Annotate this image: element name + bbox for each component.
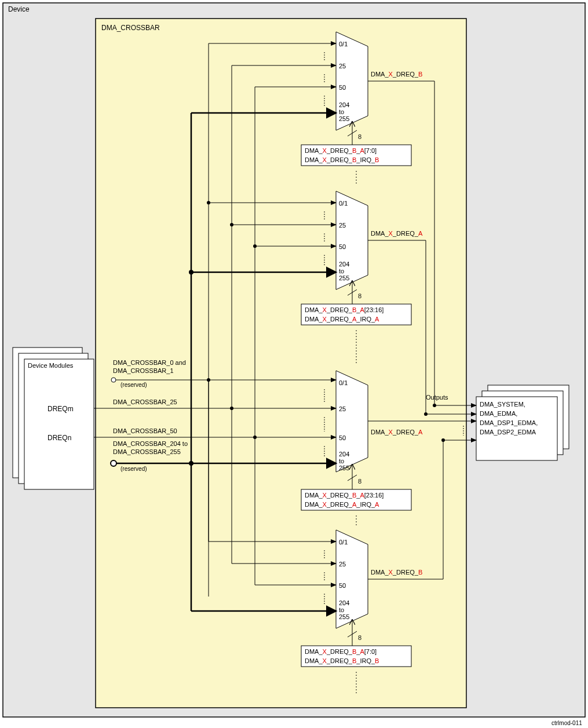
svg-point-51 [207,201,210,204]
svg-text:50: 50 [339,582,346,589]
footer-id: ctrlmod-011 [552,720,582,726]
svg-text:255: 255 [339,464,349,471]
svg-text:204: 204 [339,599,349,606]
dreqm-label: DREQm [48,405,74,413]
crossbar-label: DMA_CROSSBAR [101,24,160,32]
in-204-reserved: (reserved) [120,466,147,472]
svg-text:25: 25 [339,222,346,229]
device-modules-panel: Device Modules DREQm DREQn [13,347,94,489]
svg-text:to: to [339,606,344,613]
dreqn-label: DREQn [48,434,71,442]
svg-text:25: 25 [339,63,346,69]
svg-text:DMA_X_DREQ_A_IRQ_A: DMA_X_DREQ_A_IRQ_A [305,316,379,323]
svg-text:50: 50 [339,84,346,91]
mux-2: 0/1 25 50 204 to 255 [336,191,368,290]
svg-point-6 [111,378,116,382]
outputs-line-2: DMA_DSP1_EDMA, [480,419,538,426]
svg-text:DMA_X_DREQ_B_IRQ_B: DMA_X_DREQ_B_IRQ_B [305,156,379,163]
svg-text:to: to [339,458,344,464]
svg-text:DMA_X_DREQ_B_IRQ_B: DMA_X_DREQ_B_IRQ_B [305,657,379,664]
svg-text:8: 8 [358,478,361,485]
mux-4: 0/1 25 50 204 to 255 [336,530,368,628]
svg-text:204: 204 [339,451,349,458]
in-0-label-a: DMA_CROSSBAR_0 and [113,359,186,366]
device-label: Device [8,5,30,13]
svg-text:to: to [339,268,344,275]
mux-3: 0/1 25 50 204 to 255 [336,371,368,472]
svg-text:50: 50 [339,243,346,250]
svg-point-125 [424,412,428,416]
outputs-panel: DMA_SYSTEM, DMA_EDMA, DMA_DSP1_EDMA, DMA… [476,385,569,460]
svg-point-8 [111,460,116,466]
in-204-label-a: DMA_CROSSBAR_204 to [113,440,188,447]
svg-text:255: 255 [339,613,349,620]
svg-text:204: 204 [339,261,349,268]
svg-text:255: 255 [339,275,349,281]
svg-text:8: 8 [358,634,361,641]
svg-text:0/1: 0/1 [339,539,348,546]
svg-point-55 [253,244,257,248]
outputs-line-3: DMA_DSP2_EDMA [480,429,536,436]
mux-1: 0/1 25 50 204 to 255 [336,32,368,130]
svg-point-124 [433,404,436,407]
diagram-root: Device DMA_CROSSBAR Device Modules DREQm… [0,0,588,728]
svg-text:DMA_X_DREQ_B_A[7:0]: DMA_X_DREQ_B_A[7:0] [305,648,377,655]
in-50-label: DMA_CROSSBAR_50 [113,427,177,434]
in-25-label: DMA_CROSSBAR_25 [113,398,177,405]
in-0-reserved: (reserved) [120,382,147,388]
out2-label: DMA_X_DREQ_A [371,230,423,237]
svg-text:0/1: 0/1 [339,41,348,47]
svg-point-126 [441,438,445,442]
svg-text:0/1: 0/1 [339,200,348,207]
outputs-line-0: DMA_SYSTEM, [480,401,525,408]
outputs-label: Outputs [426,394,448,401]
in-204-label-b: DMA_CROSSBAR_255 [113,448,181,455]
svg-text:0/1: 0/1 [339,379,348,386]
device-modules-title: Device Modules [28,362,74,369]
svg-text:DMA_X_DREQ_B_A[7:0]: DMA_X_DREQ_B_A[7:0] [305,147,377,154]
out4-label: DMA_X_DREQ_B [371,569,422,576]
svg-point-53 [230,223,233,226]
svg-text:25: 25 [339,561,346,568]
svg-point-57 [189,270,193,275]
svg-text:8: 8 [358,292,361,299]
svg-text:204: 204 [339,101,349,108]
svg-text:50: 50 [339,434,346,441]
svg-text:DMA_X_DREQ_B_A[23:16]: DMA_X_DREQ_B_A[23:16] [305,492,384,499]
svg-rect-2 [24,359,94,489]
svg-text:25: 25 [339,405,346,412]
outputs-line-1: DMA_EDMA, [480,410,517,417]
out1-label: DMA_X_DREQ_B [371,71,422,78]
svg-text:DMA_X_DREQ_A_IRQ_A: DMA_X_DREQ_A_IRQ_A [305,501,379,508]
svg-text:8: 8 [358,133,361,140]
out3-label: DMA_X_DREQ_A [371,429,423,436]
in-0-label-b: DMA_CROSSBAR_1 [113,367,174,374]
svg-text:to: to [339,108,344,115]
svg-text:DMA_X_DREQ_B_A[23:16]: DMA_X_DREQ_B_A[23:16] [305,306,384,313]
svg-text:255: 255 [339,115,349,122]
